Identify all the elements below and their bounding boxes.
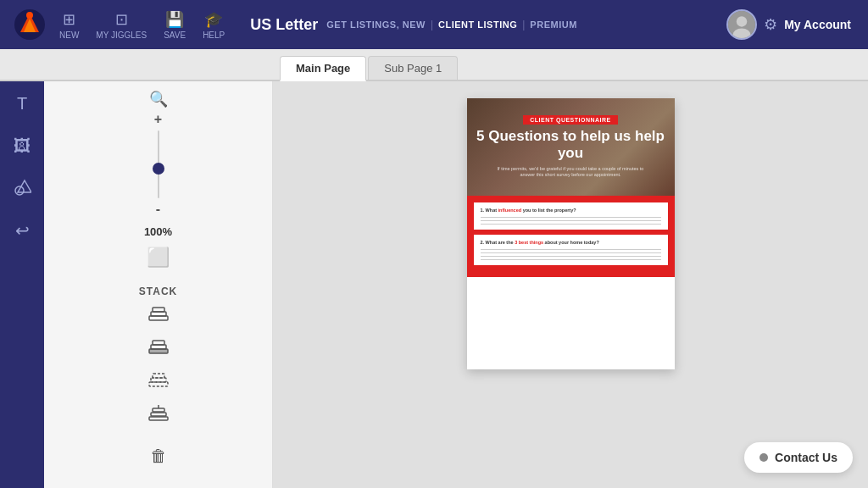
hero-subtitle: If time permits, we'd be grateful if you… xyxy=(494,166,647,179)
sidebar-undo-icon[interactable]: ↩ xyxy=(8,217,36,244)
nav-link-premium[interactable]: PREMIUM xyxy=(530,19,576,30)
document-title: US Letter xyxy=(250,16,318,34)
zoom-out-button[interactable]: - xyxy=(156,202,160,217)
question-2-text: 2. What are the 3 best things about your… xyxy=(481,240,661,245)
tab-sub-page-1[interactable]: Sub Page 1 xyxy=(368,56,458,80)
app-logo xyxy=(14,8,46,41)
tools-panel: 🔍 + - 100% ⬜ STACK xyxy=(44,81,273,488)
stack-item-4[interactable] xyxy=(148,405,169,426)
question-card-2: 2. What are the 3 best things about your… xyxy=(474,235,668,265)
new-icon: ⊞ xyxy=(63,10,75,29)
top-navigation: ⊞ NEW ⊡ MY JIGGLES 💾 SAVE 🎓 HELP US Lett… xyxy=(0,0,868,49)
nav-link-get-listings[interactable]: GET LISTINGS, NEW xyxy=(326,19,426,30)
left-sidebar: T 🖼 ↩ xyxy=(0,81,44,488)
page-preview: CLIENT QUESTIONNAIRE 5 Questions to help… xyxy=(467,98,675,369)
hero-overlay: CLIENT QUESTIONNAIRE 5 Questions to help… xyxy=(467,98,675,196)
svg-point-1 xyxy=(26,12,33,19)
hero-badge: CLIENT QUESTIONNAIRE xyxy=(523,115,618,125)
zoom-search-icon[interactable]: 🔍 xyxy=(149,90,168,108)
answer-lines-1 xyxy=(481,217,661,225)
settings-icon[interactable]: ⚙ xyxy=(764,15,777,34)
zoom-in-button[interactable]: + xyxy=(154,112,162,127)
svg-rect-17 xyxy=(151,413,166,416)
zoom-controls: 🔍 + - 100% ⬜ xyxy=(144,90,172,269)
answer-lines-2 xyxy=(481,249,661,260)
logo-area[interactable] xyxy=(8,8,51,41)
svg-rect-18 xyxy=(153,408,164,412)
my-jiggles-button[interactable]: ⊡ MY JIGGLES xyxy=(96,10,147,40)
svg-point-3 xyxy=(737,16,747,26)
hero-section: CLIENT QUESTIONNAIRE 5 Questions to help… xyxy=(467,98,675,196)
nav-link-client-listing[interactable]: CLIENT LISTING xyxy=(438,19,517,30)
avatar-image xyxy=(728,9,755,40)
contact-us-label: Contact Us xyxy=(775,451,837,464)
question-1-text: 1. What influenced you to list the prope… xyxy=(481,208,661,213)
stack-item-3[interactable] xyxy=(148,372,169,393)
nav-links: GET LISTINGS, NEW | CLIENT LISTING | PRE… xyxy=(326,19,577,30)
tab-main-page[interactable]: Main Page xyxy=(280,56,366,81)
stack-items: 🗑 xyxy=(148,306,169,466)
zoom-percent-label: 100% xyxy=(144,225,172,238)
svg-rect-12 xyxy=(153,341,164,345)
stack-label: STACK xyxy=(139,286,177,297)
main-area: T 🖼 ↩ 🔍 + - 100% ⬜ STACK xyxy=(0,81,868,488)
sidebar-text-icon[interactable]: T xyxy=(8,90,36,117)
svg-rect-16 xyxy=(149,417,168,420)
contact-us-button[interactable]: Contact Us xyxy=(744,442,853,473)
tool-buttons: ⊞ NEW ⊡ MY JIGGLES 💾 SAVE 🎓 HELP xyxy=(59,10,225,40)
red-section: 1. What influenced you to list the prope… xyxy=(467,196,675,277)
stack-item-2[interactable] xyxy=(148,339,169,360)
sidebar-image-icon[interactable]: 🖼 xyxy=(8,132,36,159)
save-button[interactable]: 💾 SAVE xyxy=(164,10,186,40)
help-icon: 🎓 xyxy=(204,10,223,29)
help-button[interactable]: 🎓 HELP xyxy=(203,10,225,40)
save-icon: 💾 xyxy=(165,10,184,29)
nav-center: US Letter GET LISTINGS, NEW | CLIENT LIS… xyxy=(225,16,726,34)
hero-title: 5 Questions to help us help you xyxy=(474,128,668,163)
canvas-area[interactable]: CLIENT QUESTIONNAIRE 5 Questions to help… xyxy=(273,81,868,488)
sidebar-shapes-icon[interactable] xyxy=(8,175,36,202)
stack-item-1[interactable] xyxy=(148,306,169,327)
delete-button[interactable]: 🗑 xyxy=(150,446,167,466)
jiggles-icon: ⊡ xyxy=(115,10,128,29)
frame-icon[interactable]: ⬜ xyxy=(147,247,170,269)
new-button[interactable]: ⊞ NEW xyxy=(59,10,79,40)
question-card-1: 1. What influenced you to list the prope… xyxy=(474,202,668,230)
avatar[interactable] xyxy=(726,9,757,40)
svg-rect-9 xyxy=(153,308,164,312)
my-account-label[interactable]: My Account xyxy=(784,18,851,31)
account-area: ⚙ My Account xyxy=(726,9,851,40)
sub-navigation: Main Page Sub Page 1 xyxy=(0,49,868,81)
contact-dot-icon xyxy=(760,453,768,462)
zoom-slider[interactable] xyxy=(150,130,167,198)
